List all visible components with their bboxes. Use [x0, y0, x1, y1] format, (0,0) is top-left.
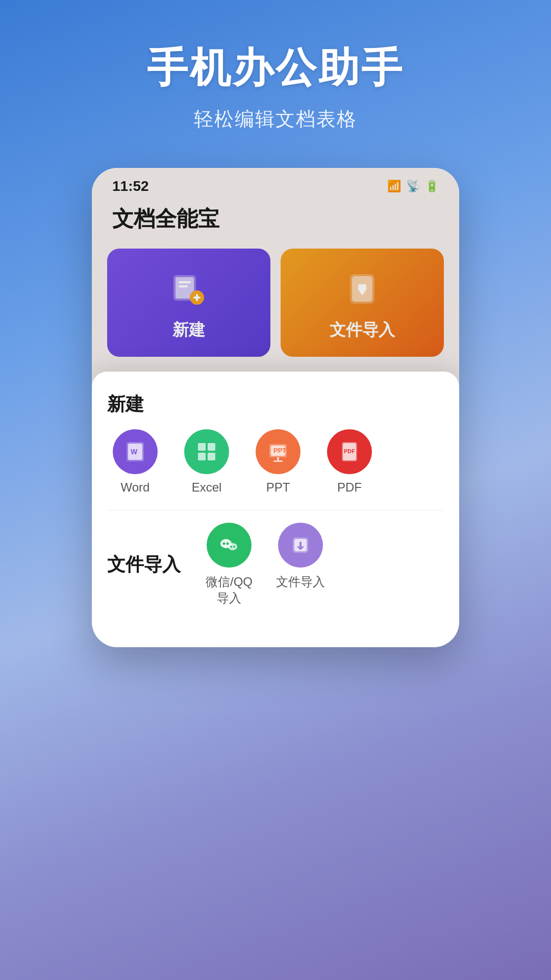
main-subtitle: 轻松编辑文档表格 [31, 106, 520, 132]
pdf-label: PDF [337, 480, 362, 495]
svg-text:PPT: PPT [273, 447, 286, 454]
popup-sheet: 新建 W Word [92, 372, 459, 647]
phone-mockup: 11:52 📶 📡 🔋 文档全能宝 新建 [92, 168, 459, 647]
popup-new-icons: W Word [107, 429, 444, 495]
file-import-label: 文件导入 [276, 574, 325, 590]
popup-pdf[interactable]: PDF PDF [321, 429, 378, 495]
svg-point-41 [227, 543, 229, 545]
popup-overlay: 新建 W Word [92, 168, 459, 647]
popup-excel[interactable]: Excel [179, 429, 235, 495]
file-import-icon [278, 523, 323, 568]
svg-text:W: W [131, 448, 138, 456]
wechat-icon [207, 523, 252, 568]
svg-rect-27 [198, 443, 206, 451]
svg-point-44 [233, 546, 235, 548]
svg-rect-29 [198, 453, 206, 460]
svg-rect-47 [299, 542, 302, 549]
popup-divider [107, 510, 444, 510]
popup-import-section: 文件导入 [107, 523, 444, 606]
svg-rect-35 [273, 460, 283, 462]
popup-import-title: 文件导入 [107, 552, 181, 577]
word-icon: W [113, 429, 158, 474]
popup-word[interactable]: W Word [107, 429, 163, 495]
popup-new-title: 新建 [107, 392, 444, 417]
pdf-icon: PDF [327, 429, 372, 474]
popup-import-icons: 微信/QQ导入 文件导入 [201, 523, 329, 606]
popup-ppt[interactable]: PPT PPT [250, 429, 306, 495]
popup-file-import[interactable]: 文件导入 [272, 523, 329, 606]
header-section: 手机办公助手 轻松编辑文档表格 [0, 0, 551, 153]
ppt-label: PPT [266, 480, 290, 495]
popup-new-section: 新建 W Word [107, 392, 444, 495]
svg-point-40 [223, 543, 226, 545]
word-label: Word [121, 480, 150, 495]
ppt-icon: PPT [256, 429, 300, 474]
svg-rect-30 [208, 453, 215, 460]
svg-rect-28 [208, 443, 215, 451]
svg-rect-34 [277, 457, 279, 460]
main-title: 手机办公助手 [31, 41, 520, 96]
svg-text:PDF: PDF [344, 448, 355, 454]
popup-wechat[interactable]: 微信/QQ导入 [201, 523, 257, 606]
svg-point-42 [228, 543, 237, 550]
excel-label: Excel [192, 480, 222, 495]
svg-point-43 [230, 546, 232, 548]
wechat-label: 微信/QQ导入 [201, 574, 257, 606]
excel-icon [184, 429, 229, 474]
